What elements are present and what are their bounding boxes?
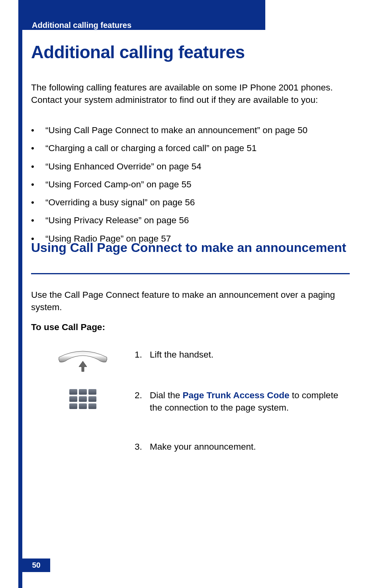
bullet-marker: • (31, 179, 45, 190)
list-item: • “Using Forced Camp-on” on page 55 (31, 179, 350, 190)
intro-paragraph: The following calling features are avail… (31, 81, 350, 106)
step-text: Make your announcement. (150, 441, 349, 453)
page-number: 50 (22, 559, 50, 572)
step-number: 1. (135, 348, 150, 361)
bullet-marker: • (31, 161, 45, 172)
procedure-step: 2. Dial the Page Trunk Access Code to co… (31, 389, 349, 414)
step-text: Dial the Page Trunk Access Code to compl… (150, 389, 349, 414)
list-item: • “Using Enhanced Override” on page 54 (31, 161, 350, 172)
procedure-step: 3. Make your announcement. (31, 441, 349, 453)
procedure-heading: To use Call Page: (31, 322, 105, 332)
section-heading: Using Call Page Connect to make an annou… (31, 240, 350, 256)
list-item-text: “Using Call Page Connect to make an anno… (45, 124, 350, 136)
access-code-highlight: Page Trunk Access Code (183, 390, 290, 400)
document-page: Additional calling features Additional c… (0, 0, 380, 588)
list-item-text: “Using Forced Camp-on” on page 55 (45, 179, 350, 190)
bullet-marker: • (31, 214, 45, 226)
handset-lift-icon (31, 348, 135, 376)
step-number: 3. (135, 441, 150, 453)
list-item-text: “Using Privacy Release” on page 56 (45, 214, 350, 226)
keypad-icon (31, 389, 135, 409)
list-item-text: “Overriding a busy signal” on page 56 (45, 197, 350, 208)
list-item: • “Using Call Page Connect to make an an… (31, 124, 350, 136)
cross-reference-list: • “Using Call Page Connect to make an an… (31, 124, 350, 251)
list-item: • “Overriding a busy signal” on page 56 (31, 197, 350, 208)
step-text-prefix: Dial the (150, 390, 183, 400)
step-number: 2. (135, 389, 150, 401)
step-text: Lift the handset. (150, 348, 349, 361)
list-item: • “Charging a call or charging a forced … (31, 142, 350, 154)
list-item-text: “Using Enhanced Override” on page 54 (45, 161, 350, 172)
list-item: • “Using Privacy Release” on page 56 (31, 214, 350, 226)
section-underline (31, 273, 350, 274)
left-margin-stripe (18, 0, 22, 588)
procedure-step: 1. Lift the handset. (31, 348, 349, 376)
bullet-marker: • (31, 142, 45, 154)
bullet-marker: • (31, 124, 45, 136)
section-description: Use the Call Page Connect feature to mak… (31, 289, 350, 313)
page-title: Additional calling features (31, 42, 245, 62)
running-header-text: Additional calling features (32, 21, 131, 30)
list-item-text: “Charging a call or charging a forced ca… (45, 142, 350, 154)
bullet-marker: • (31, 197, 45, 208)
